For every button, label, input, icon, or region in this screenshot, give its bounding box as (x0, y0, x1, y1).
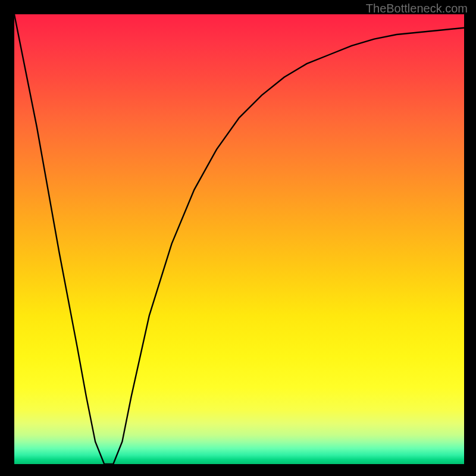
watermark-text: TheBottleneck.com (366, 2, 468, 15)
plot-area (14, 14, 464, 464)
bottleneck-curve (14, 14, 464, 464)
chart-frame: TheBottleneck.com (0, 0, 476, 476)
chart-canvas (14, 14, 464, 464)
